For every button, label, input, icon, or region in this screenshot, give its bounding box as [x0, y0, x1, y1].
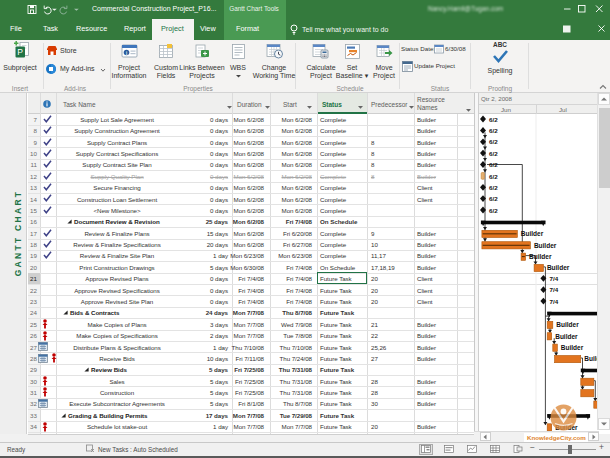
svg-text:Builder: Builder [584, 355, 597, 362]
svg-text:7/4: 7/4 [550, 275, 559, 282]
svg-text:7/4: 7/4 [550, 286, 559, 293]
svg-text:6/2: 6/2 [489, 184, 498, 191]
svg-text:7/4: 7/4 [550, 298, 559, 305]
svg-text:Builder: Builder [521, 230, 544, 237]
svg-text:6/2: 6/2 [489, 116, 498, 123]
svg-text:6/2: 6/2 [489, 173, 498, 180]
svg-text:P: P [17, 47, 23, 57]
svg-text:6/2: 6/2 [489, 195, 498, 202]
svg-text:6/2: 6/2 [489, 207, 498, 214]
svg-text:Builder: Builder [534, 242, 557, 249]
svg-text:Builder: Builder [555, 333, 578, 340]
svg-text:Builder: Builder [556, 321, 579, 328]
svg-text:6/2: 6/2 [489, 138, 498, 145]
svg-text:Builder: Builder [547, 264, 570, 271]
svg-text:Builder: Builder [561, 344, 584, 351]
svg-text:Builder: Builder [529, 253, 552, 260]
svg-text:6/2: 6/2 [489, 161, 498, 168]
svg-text:6/2: 6/2 [489, 150, 498, 157]
svg-text:6/2: 6/2 [489, 127, 498, 134]
